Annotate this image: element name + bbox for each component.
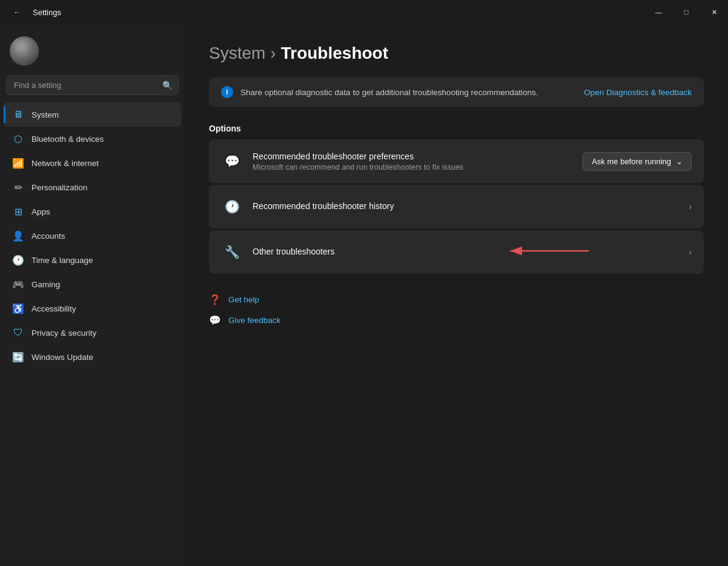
maximize-button[interactable]: □	[672, 0, 700, 24]
cards-container: 💬 Recommended troubleshooter preferences…	[209, 139, 704, 274]
breadcrumb-separator: ›	[270, 44, 276, 63]
search-input[interactable]	[6, 75, 179, 95]
get-help-label: Get help	[228, 295, 259, 304]
sidebar-profile	[0, 29, 185, 75]
chevron-right-icon: ›	[689, 247, 692, 257]
sidebar-item-system[interactable]: 🖥 System	[4, 102, 181, 127]
sidebar-item-gaming[interactable]: 🎮 Gaming	[4, 272, 181, 296]
sidebar-item-label: Apps	[31, 207, 50, 216]
search-container: 🔍	[6, 75, 179, 95]
apps-icon: ⊞	[12, 205, 24, 218]
card-other-troubleshooters[interactable]: 🔧 Other troubleshooters ›	[209, 230, 704, 274]
sidebar-item-label: Accessibility	[31, 304, 76, 313]
main-content: System › Troubleshoot i Share optional d…	[185, 24, 728, 566]
sidebar-item-time[interactable]: 🕐 Time & language	[4, 248, 181, 272]
accessibility-icon: ♿	[12, 302, 24, 315]
sidebar-item-label: System	[31, 110, 59, 119]
sidebar-item-label: Personalization	[31, 183, 87, 192]
app-container: 🔍 🖥 System ⬡ Bluetooth & devices 📶 Netwo…	[0, 24, 728, 566]
sidebar-item-apps[interactable]: ⊞ Apps	[4, 199, 181, 224]
breadcrumb-parent[interactable]: System	[209, 44, 265, 63]
accounts-icon: 👤	[12, 230, 24, 242]
avatar	[10, 36, 39, 65]
close-button[interactable]: ✕	[700, 0, 728, 24]
info-icon: i	[221, 86, 233, 98]
sidebar-item-label: Accounts	[31, 231, 65, 241]
time-icon: 🕐	[12, 254, 24, 266]
sidebar-item-accessibility[interactable]: ♿ Accessibility	[4, 296, 181, 321]
bluetooth-icon: ⬡	[12, 133, 24, 145]
card-title-recommended-history: Recommended troubleshooter history	[253, 201, 689, 211]
give-feedback-label: Give feedback	[228, 316, 280, 325]
sidebar-item-accounts[interactable]: 👤 Accounts	[4, 224, 181, 248]
chevron-right-icon: ›	[689, 202, 692, 211]
sidebar-item-update[interactable]: 🔄 Windows Update	[4, 345, 181, 369]
sidebar-item-label: Bluetooth & devices	[31, 135, 104, 144]
sidebar-item-bluetooth[interactable]: ⬡ Bluetooth & devices	[4, 127, 181, 151]
app-title: Settings	[33, 8, 61, 17]
sidebar-item-label: Gaming	[31, 280, 60, 289]
card-icon-other-troubleshooters: 🔧	[221, 241, 243, 263]
dropdown-recommended-prefs[interactable]: Ask me before running ⌄	[583, 152, 692, 171]
sidebar-nav: 🖥 System ⬡ Bluetooth & devices 📶 Network…	[0, 100, 185, 566]
back-button[interactable]: ←	[7, 0, 27, 24]
sidebar-item-label: Network & internet	[31, 159, 99, 168]
info-banner: i Share optional diagnostic data to get …	[209, 78, 704, 107]
breadcrumb: System › Troubleshoot	[209, 44, 704, 63]
section-heading: Options	[209, 124, 704, 133]
page-title: Troubleshoot	[281, 44, 388, 63]
search-icon: 🔍	[162, 81, 173, 90]
card-title-recommended-prefs: Recommended troubleshooter preferences	[253, 151, 583, 161]
give-feedback-icon: 💬	[209, 314, 221, 326]
sidebar: 🔍 🖥 System ⬡ Bluetooth & devices 📶 Netwo…	[0, 24, 185, 566]
sidebar-item-personalization[interactable]: ✏ Personalization	[4, 175, 181, 199]
sidebar-item-network[interactable]: 📶 Network & internet	[4, 151, 181, 175]
titlebar: ← Settings — □ ✕	[0, 0, 728, 24]
card-icon-recommended-history: 🕐	[221, 196, 243, 218]
card-icon-recommended-prefs: 💬	[221, 150, 243, 172]
personalization-icon: ✏	[12, 181, 24, 193]
bottom-links: ❓ Get help 💬 Give feedback	[209, 291, 704, 328]
update-icon: 🔄	[12, 351, 24, 363]
get-help-icon: ❓	[209, 293, 221, 305]
card-recommended-prefs[interactable]: 💬 Recommended troubleshooter preferences…	[209, 139, 704, 183]
minimize-button[interactable]: —	[644, 0, 672, 24]
card-title-other-troubleshooters: Other troubleshooters	[253, 247, 689, 256]
window-controls: — □ ✕	[644, 0, 728, 24]
banner-text: Share optional diagnostic data to get ad…	[240, 88, 538, 97]
sidebar-item-label: Windows Update	[31, 353, 93, 362]
page-header: System › Troubleshoot	[209, 44, 704, 63]
link-get-help[interactable]: ❓ Get help	[209, 291, 259, 308]
card-recommended-history[interactable]: 🕐 Recommended troubleshooter history ›	[209, 185, 704, 228]
privacy-icon: 🛡	[12, 327, 24, 339]
gaming-icon: 🎮	[12, 278, 24, 290]
link-give-feedback[interactable]: 💬 Give feedback	[209, 311, 280, 328]
sidebar-item-privacy[interactable]: 🛡 Privacy & security	[4, 321, 181, 345]
card-subtitle-recommended-prefs: Microsoft can recommend and run troubles…	[253, 163, 583, 171]
sidebar-item-label: Time & language	[31, 256, 93, 265]
network-icon: 📶	[12, 157, 24, 169]
system-icon: 🖥	[12, 108, 24, 121]
sidebar-item-label: Privacy & security	[31, 328, 96, 338]
diagnostics-link[interactable]: Open Diagnostics & feedback	[584, 88, 692, 97]
